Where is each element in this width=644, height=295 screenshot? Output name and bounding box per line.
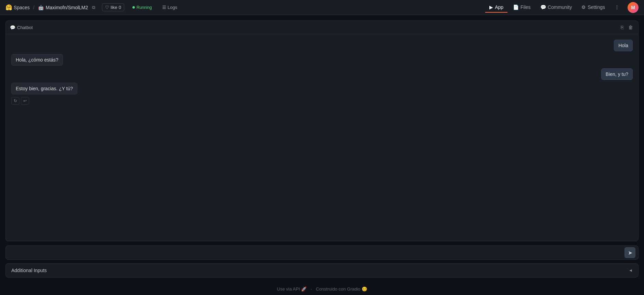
built-label: Construido con Gradio 😊	[316, 286, 367, 292]
topnav: 🤗 Spaces / 🤖 Maximofn/SmolLM2 ⧉ ♡ like 0…	[0, 0, 644, 15]
spaces-text: Spaces	[14, 5, 30, 10]
additional-inputs-label: Additional Inputs	[11, 268, 47, 273]
chatbot-label: 💬 Chatbot	[10, 25, 33, 30]
undo-button[interactable]: ↩	[21, 97, 29, 105]
repo-emoji: 🤖	[38, 5, 44, 10]
app-icon: ▶	[489, 4, 493, 10]
spaces-link[interactable]: 🤗 Spaces	[5, 4, 30, 11]
message-bot-2: Estoy bien, gracias. ¿Y tú?	[11, 83, 77, 94]
message-text-bot-2: Estoy bien, gracias. ¿Y tú?	[16, 86, 73, 91]
collapse-icon: ◄	[629, 268, 633, 273]
chatbot-header: 💬 Chatbot ⎘ 🗑	[6, 21, 638, 34]
logs-icon: ☰	[162, 5, 166, 10]
tab-community-label: Community	[548, 4, 572, 10]
additional-inputs-panel[interactable]: Additional Inputs ◄	[5, 263, 639, 278]
settings-icon: ⚙	[581, 4, 586, 10]
main-content: 💬 Chatbot ⎘ 🗑 Hola Hola, ¿cómo estás? Bi…	[0, 15, 644, 283]
copy-repo-button[interactable]: ⧉	[91, 4, 96, 11]
message-text-user-1: Hola	[618, 43, 628, 48]
chat-messages: Hola Hola, ¿cómo estás? Bien, y tu? Esto…	[6, 34, 638, 241]
delete-button[interactable]: 🗑	[627, 24, 634, 31]
message-user-2: Bien, y tu?	[601, 68, 633, 80]
more-icon: ⋮	[615, 4, 619, 10]
status-dot	[132, 6, 135, 9]
retry-button[interactable]: ↻	[11, 97, 20, 105]
topnav-right: ▶ App 📄 Files 💬 Community ⚙ Settings ⋮ M	[485, 2, 639, 13]
footer: Use via API 🚀 · Construido con Gradio 😊	[0, 283, 644, 295]
repo-name-text: Maximofn/SmolLM2	[46, 5, 88, 10]
logs-label: Logs	[168, 5, 177, 10]
tab-files-label: Files	[520, 4, 531, 10]
tab-community[interactable]: 💬 Community	[536, 2, 576, 13]
api-label[interactable]: Use via API 🚀	[277, 286, 307, 292]
chatbot-panel: 💬 Chatbot ⎘ 🗑 Hola Hola, ¿cómo estás? Bi…	[5, 21, 639, 241]
community-icon: 💬	[540, 4, 546, 10]
logs-button[interactable]: ☰ Logs	[160, 4, 179, 11]
message-actions: ↻ ↩	[11, 97, 29, 105]
like-label: like	[111, 5, 117, 10]
tab-app-label: App	[495, 4, 503, 10]
footer-separator: ·	[311, 286, 312, 292]
message-user-1: Hola	[614, 40, 633, 51]
chatbot-header-actions: ⎘ 🗑	[620, 24, 634, 31]
share-button[interactable]: ⎘	[620, 24, 624, 31]
send-button[interactable]: ➤	[624, 247, 635, 258]
topnav-left: 🤗 Spaces / 🤖 Maximofn/SmolLM2 ⧉ ♡ like 0…	[5, 3, 485, 11]
send-icon: ➤	[628, 250, 632, 256]
like-count: 0	[119, 5, 121, 10]
status-badge: Running	[130, 4, 155, 11]
input-area: ➤	[5, 245, 639, 260]
tab-settings-label: Settings	[588, 4, 605, 10]
chat-input[interactable]	[9, 247, 624, 258]
message-text-user-2: Bien, y tu?	[606, 71, 628, 77]
bot-message-group: Estoy bien, gracias. ¿Y tú? ↻ ↩	[11, 83, 633, 105]
avatar[interactable]: M	[628, 2, 639, 13]
more-button[interactable]: ⋮	[610, 2, 623, 13]
repo-name[interactable]: 🤖 Maximofn/SmolLM2	[38, 5, 88, 10]
tab-app[interactable]: ▶ App	[485, 2, 507, 13]
status-text: Running	[137, 5, 152, 10]
heart-icon: ♡	[105, 5, 109, 10]
retry-icon: ↻	[14, 98, 17, 103]
files-icon: 📄	[513, 4, 519, 10]
message-text-bot-1: Hola, ¿cómo estás?	[16, 57, 59, 63]
chatbot-icon: 💬	[10, 25, 15, 30]
tab-settings[interactable]: ⚙ Settings	[577, 2, 609, 13]
like-button[interactable]: ♡ like 0	[102, 3, 124, 11]
spaces-emoji: 🤗	[5, 4, 12, 11]
message-bot-1: Hola, ¿cómo estás?	[11, 54, 63, 66]
chatbot-title: Chatbot	[17, 25, 33, 30]
tab-files[interactable]: 📄 Files	[509, 2, 535, 13]
nav-separator: /	[33, 5, 35, 10]
undo-icon: ↩	[23, 98, 27, 103]
